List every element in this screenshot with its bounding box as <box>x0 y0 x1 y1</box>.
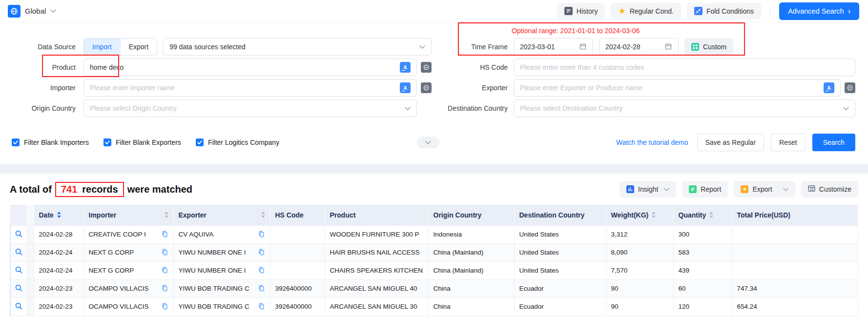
cell-destination: United States <box>514 243 606 261</box>
history-label: History <box>577 7 598 15</box>
view-detail-icon[interactable] <box>15 268 23 276</box>
fold-conditions-button[interactable]: Fold Conditions <box>687 3 761 20</box>
results-summary: A total of 741 records were matched <box>10 182 192 197</box>
column-header-date[interactable]: Date <box>34 205 83 225</box>
tutorial-link[interactable]: Watch the tutorial demo <box>616 139 688 146</box>
cell-destination: Ecuador <box>514 279 606 297</box>
customize-button[interactable]: Customize <box>801 181 858 198</box>
copy-icon[interactable] <box>161 230 168 239</box>
region-selector[interactable]: Global <box>8 5 56 18</box>
column-header-quantity[interactable]: Quantity <box>673 205 732 225</box>
view-detail-icon[interactable] <box>15 232 23 239</box>
export-tab[interactable]: Export <box>120 39 157 55</box>
cell-date: 2024-02-24 <box>34 243 83 261</box>
filter-blank-exporters-checkbox[interactable]: Filter Blank Exporters <box>103 139 181 146</box>
search-button[interactable]: Search <box>812 134 855 151</box>
column-header-weight[interactable]: Weight(KG) <box>606 205 673 225</box>
hs-code-input[interactable] <box>520 63 849 71</box>
history-button[interactable]: History <box>557 3 605 20</box>
cell-product: WOODEN FURNITURE 300 P <box>325 225 428 243</box>
copy-icon[interactable] <box>258 230 265 239</box>
row-strip-cell <box>27 279 34 297</box>
destination-country-label: Destination Country <box>432 104 508 112</box>
match-mode-icon[interactable] <box>421 82 432 93</box>
regular-cond-button[interactable]: ★ Regular Cond. <box>611 3 681 20</box>
chevron-right-icon: › <box>848 7 850 15</box>
save-as-regular-button[interactable]: Save as Regular <box>697 134 765 151</box>
results-table: Date Importer Exporter HS Code Product O… <box>10 205 858 316</box>
copy-icon[interactable] <box>161 266 168 275</box>
sort-icon[interactable] <box>709 212 713 218</box>
product-input[interactable] <box>90 63 400 71</box>
cell-date: 2024-02-23 <box>34 279 83 297</box>
translate-icon[interactable]: A <box>400 62 411 73</box>
origin-country-select[interactable]: Please select Origin Country <box>83 99 417 117</box>
match-mode-icon[interactable] <box>845 82 855 93</box>
view-detail-icon[interactable] <box>15 286 23 294</box>
sort-icon[interactable] <box>652 212 656 218</box>
translate-icon[interactable]: A <box>400 82 411 93</box>
copy-icon[interactable] <box>258 284 265 293</box>
cell-date: 2024-02-28 <box>34 225 83 243</box>
exporter-input[interactable] <box>520 84 824 92</box>
cell-destination: Ecuador <box>514 297 606 316</box>
annotation-rect-count: 741 records <box>55 182 124 197</box>
cell-quantity: 60 <box>673 279 732 297</box>
view-detail-icon[interactable] <box>15 250 23 258</box>
view-detail-icon[interactable] <box>15 304 23 312</box>
export-icon <box>741 185 748 193</box>
cell-origin: Indonesia <box>428 225 514 243</box>
advanced-search-label: Advanced Search <box>788 7 844 15</box>
insight-button[interactable]: Insight <box>620 181 676 198</box>
sort-icon[interactable] <box>57 212 61 218</box>
date-start-input[interactable]: 2023-03-01 <box>514 38 593 56</box>
customize-icon <box>808 185 815 193</box>
report-icon <box>689 185 697 193</box>
column-header-exporter[interactable]: Exporter <box>173 205 270 225</box>
collapse-form-button[interactable] <box>417 137 439 148</box>
copy-icon[interactable] <box>258 302 265 311</box>
copy-icon[interactable] <box>161 248 168 257</box>
data-sources-select[interactable]: 99 data sources selected <box>163 38 432 56</box>
column-header-importer[interactable]: Importer <box>83 205 173 225</box>
cell-exporter: YIWU BOB TRADING C <box>173 297 270 316</box>
copy-icon[interactable] <box>161 284 168 293</box>
cell-destination: United States <box>514 225 606 243</box>
product-label: Product <box>0 63 76 71</box>
cell-importer: CREATIVE COOP I <box>83 225 173 243</box>
column-header-total-price: Total Price(USD) <box>732 205 858 225</box>
reset-button[interactable]: Reset <box>771 134 806 151</box>
report-button[interactable]: Report <box>682 181 728 198</box>
destination-country-select[interactable]: Please select Destination Country <box>514 99 855 117</box>
sort-icon[interactable] <box>261 212 265 218</box>
sort-icon[interactable] <box>165 212 168 218</box>
filter-blank-importers-checkbox[interactable]: Filter Blank Importers <box>12 139 89 146</box>
globe-icon <box>8 5 21 18</box>
copy-icon[interactable] <box>161 302 168 311</box>
export-button[interactable]: Export <box>734 181 795 198</box>
cell-origin: China (Mainland) <box>428 261 514 279</box>
table-row: 2024-02-23 OCAMPO VILLACIS YIWU BOB TRAD… <box>10 279 858 297</box>
row-strip-cell <box>27 243 34 261</box>
checkbox-checked-icon <box>103 139 111 146</box>
filter-logitics-company-checkbox[interactable]: Filter Logitics Company <box>196 139 279 146</box>
translate-icon[interactable]: A <box>824 82 834 93</box>
advanced-search-button[interactable]: Advanced Search › <box>779 2 859 20</box>
checkbox-checked-icon <box>12 139 20 146</box>
calendar-icon[interactable] <box>664 42 672 52</box>
copy-icon[interactable] <box>258 248 265 257</box>
chevron-down-icon[interactable] <box>783 188 788 191</box>
importer-input[interactable] <box>90 84 400 92</box>
column-header-strip <box>27 205 34 225</box>
copy-icon[interactable] <box>258 266 265 275</box>
cell-weight: 3,312 <box>606 225 673 243</box>
custom-range-button[interactable]: Custom <box>684 38 733 56</box>
calendar-icon[interactable] <box>579 42 587 52</box>
date-end-input[interactable]: 2024-02-28 <box>599 38 679 56</box>
cell-product: ARCANGEL SAN MIGUEL 40 <box>325 279 428 297</box>
match-mode-icon[interactable] <box>421 62 432 73</box>
import-tab[interactable]: Import <box>84 39 120 55</box>
column-header-hs-code: HS Code <box>270 205 325 225</box>
origin-country-label: Origin Country <box>0 104 76 112</box>
cell-quantity: 120 <box>673 297 732 316</box>
